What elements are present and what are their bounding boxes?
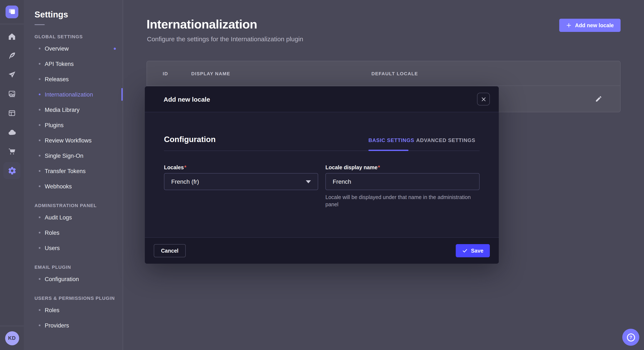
help-icon: ? [627,333,635,341]
cart-icon[interactable] [4,143,20,160]
add-new-locale-label: Add new locale [575,22,614,28]
settings-sidebar: Settings GLOBAL SETTINGS Overview API To… [24,0,123,350]
bullet-icon [39,278,40,280]
sidebar-title-rule [34,24,45,25]
page-subtitle: Configure the settings for the Internati… [123,31,644,42]
bullet-icon [39,94,40,95]
modal-header: Add new locale [145,86,499,112]
section-label-users-permissions-plugin: USERS & PERMISSIONS PLUGIN [34,296,123,301]
edit-locale-button[interactable] [594,95,602,103]
active-item-indicator [122,88,123,101]
sidebar-item-label: Overview [45,45,69,52]
home-icon[interactable] [4,28,20,45]
tab-advanced-settings[interactable]: ADVANCED SETTINGS [416,137,475,143]
bullet-icon [39,309,40,311]
required-asterisk: * [184,165,186,171]
user-avatar[interactable]: KD [5,331,19,345]
sidebar-item-admin-roles[interactable]: Roles [24,225,123,240]
section-label-global-settings: GLOBAL SETTINGS [34,34,123,39]
save-button-label: Save [471,248,484,254]
check-icon [462,248,468,253]
sidebar-item-label: API Tokens [45,61,74,67]
sidebar-item-api-tokens[interactable]: API Tokens [24,56,123,71]
plus-icon [566,22,572,28]
display-name-hint: Locale will be displayed under that name… [326,194,483,208]
sidebar-item-label: Webhooks [45,183,72,189]
sidebar-item-label: Users [45,245,60,251]
bullet-icon [39,232,40,233]
tabs-divider [164,151,480,151]
column-header-id: ID [163,71,168,76]
bullet-icon [39,48,40,49]
sidebar-item-label: Internationalization [45,91,93,98]
save-button[interactable]: Save [456,244,490,257]
bullet-icon [39,109,40,111]
feather-icon[interactable] [4,47,20,64]
workspace-logo-button[interactable] [0,0,24,24]
modal-close-button[interactable] [477,93,490,105]
cloud-icon[interactable] [4,124,20,141]
sidebar-item-label: Plugins [45,122,64,128]
sidebar-item-webhooks[interactable]: Webhooks [24,178,123,194]
sidebar-item-up-providers[interactable]: Providers [24,318,123,333]
modal-section-title: Configuration [164,135,216,144]
bullet-icon [39,185,40,187]
column-header-display-name: DISPLAY NAME [191,71,230,76]
sidebar-item-media-library[interactable]: Media Library [24,102,123,117]
add-new-locale-modal: Add new locale Configuration BASIC SETTI… [145,86,499,264]
sidebar-item-internationalization[interactable]: Internationalization [24,87,123,102]
display-name-label-text: Locale display name [326,165,378,171]
nav-rail: KD [0,0,24,350]
bullet-icon [39,124,40,126]
sidebar-item-transfer-tokens[interactable]: Transfer Tokens [24,163,123,178]
locales-table-header: ID DISPLAY NAME DEFAULT LOCALE [147,61,620,85]
modal-title: Add new locale [164,95,210,103]
sidebar-item-admin-users[interactable]: Users [24,240,123,256]
sidebar-item-label: Media Library [45,107,80,113]
sidebar-item-label: Roles [45,307,60,313]
bullet-icon [39,247,40,249]
sidebar-item-up-roles[interactable]: Roles [24,302,123,318]
sidebar-item-label: Single Sign-On [45,153,84,159]
sidebar-item-label: Review Workflows [45,137,92,144]
layout-icon[interactable] [4,105,20,122]
locales-label-text: Locales [164,165,184,171]
sidebar-item-plugins[interactable]: Plugins [24,117,123,133]
bullet-icon [39,78,40,80]
sidebar-item-label: Configuration [45,276,79,282]
cancel-button[interactable]: Cancel [154,244,186,257]
section-label-administration-panel: ADMINISTRATION PANEL [34,203,123,208]
strapi-logo [6,5,18,18]
bullet-icon [39,155,40,157]
sidebar-item-releases[interactable]: Releases [24,71,123,87]
tab-basic-settings[interactable]: BASIC SETTINGS [368,137,414,143]
media-library-icon[interactable] [4,85,20,103]
active-tab-underline [368,150,408,151]
sidebar-item-overview[interactable]: Overview [24,41,123,56]
locales-select-value: French (fr) [171,178,199,185]
section-label-email-plugin: EMAIL PLUGIN [34,265,123,270]
sidebar-item-audit-logs[interactable]: Audit Logs [24,210,123,225]
app-screen: KD Settings GLOBAL SETTINGS Overview API… [0,0,644,350]
bullet-icon [39,170,40,172]
add-new-locale-button[interactable]: Add new locale [559,19,620,32]
modal-footer: Cancel Save [145,237,499,264]
locale-display-name-input[interactable] [326,173,480,190]
sidebar-item-label: Providers [45,322,69,329]
sidebar-item-email-configuration[interactable]: Configuration [24,271,123,287]
bullet-icon [39,216,40,218]
locales-select[interactable]: French (fr) [164,173,318,190]
sidebar-item-single-sign-on[interactable]: Single Sign-On [24,148,123,163]
table-row-divider [147,85,620,86]
settings-gear-icon[interactable] [4,162,20,179]
sidebar-item-label: Releases [45,76,69,82]
paper-plane-icon[interactable] [4,66,20,83]
sidebar-item-label: Audit Logs [45,214,72,220]
help-button[interactable]: ? [622,329,639,346]
required-asterisk: * [378,165,380,171]
sidebar-item-label: Transfer Tokens [45,168,86,174]
sidebar-title: Settings [24,0,123,19]
pencil-icon [595,95,602,103]
sidebar-item-review-workflows[interactable]: Review Workflows [24,133,123,148]
chevron-down-icon [306,180,311,183]
